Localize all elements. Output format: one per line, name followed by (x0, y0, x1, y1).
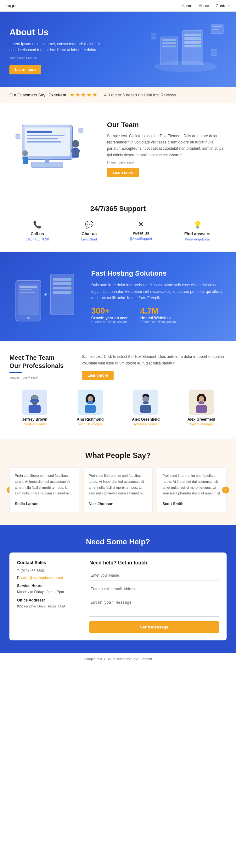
footer-text: Sample text. Click to select the Text El… (84, 657, 152, 661)
svg-rect-22 (151, 34, 156, 39)
support-title: 24/7/365 Support (9, 205, 227, 213)
hosting-illustration (9, 265, 85, 329)
svg-rect-30 (31, 162, 63, 167)
email-input[interactable] (89, 584, 219, 594)
svg-point-54 (68, 291, 70, 293)
stat-hosted-sub: Ut enim ad minim veniam (140, 320, 176, 324)
svg-point-6 (173, 43, 174, 44)
stat-hosted: 4.7M Hosted Websites Ut enim ad minim ve… (140, 306, 176, 324)
member-role-2: Web Developer (70, 422, 111, 426)
svg-rect-26 (27, 131, 52, 133)
hosting-stats: 300+ Growth year on year Ut enim ad mini… (91, 306, 227, 324)
svg-rect-2 (162, 39, 176, 41)
stat-hosted-label: Hosted Websites (140, 316, 176, 320)
svg-rect-43 (20, 289, 32, 290)
team-title: Our Team (107, 121, 227, 129)
our-team-section: Our Team Sample text. Click to select th… (0, 103, 236, 195)
svg-rect-19 (212, 29, 219, 30)
hero-image-credit: Image from Freepik (9, 57, 37, 60)
svg-point-82 (198, 402, 204, 404)
send-button[interactable]: Send Message (89, 621, 219, 633)
meet-team-section: Meet The Team Our Professionals Images f… (0, 341, 236, 439)
help-contact: Contact Sales T: (910) 456 7890 E: sales… (17, 560, 80, 633)
meet-team-cta-button[interactable]: Learn more (82, 371, 113, 380)
team-member-4: Alex Greenfield Project Manager (181, 390, 222, 426)
svg-rect-72 (140, 405, 151, 413)
stat-growth-num: 300+ (91, 306, 128, 316)
avatar-jeffrey (22, 390, 47, 415)
svg-rect-23 (211, 49, 217, 56)
svg-rect-28 (27, 138, 58, 140)
office-address: 822 Fancher Drive, Texas, USA (17, 604, 80, 609)
testimonials-title: What People Say? (9, 451, 227, 460)
member-name-2: Ann Richmond (70, 417, 111, 422)
svg-rect-65 (85, 405, 96, 413)
rating-bar: Our Customers Say Excellent ★★★★★ 4.9 ou… (0, 87, 236, 103)
support-answers-title: Find answers (184, 231, 211, 236)
support-chat-sub: Live Chart (81, 237, 97, 241)
svg-rect-27 (27, 135, 64, 136)
svg-rect-29 (27, 141, 61, 143)
support-tweet: ✕ Tweet us @HostSupport (129, 221, 152, 241)
hero-section: About Us Lorem ipsum dolor sit amet, con… (0, 11, 236, 87)
team-members: Jeffrey Brown Creative Leader Ann Richmo… (9, 390, 227, 426)
member-name-1: Jeffrey Brown (14, 417, 55, 422)
twitter-icon: ✕ (138, 221, 143, 228)
avatar-ann (78, 390, 103, 415)
meet-team-title: Meet The Team Our Professionals (9, 353, 72, 370)
svg-point-5 (173, 39, 174, 41)
testimonials-grid: Proin sed libero enim sed faucibus turpi… (9, 467, 227, 512)
member-role-3: System Engineer (125, 422, 166, 426)
logo: logo (6, 3, 16, 8)
svg-rect-77 (196, 405, 207, 413)
hero-cta-button[interactable]: Learn more (9, 65, 41, 74)
team-cta-button[interactable]: Learn more (107, 168, 139, 177)
team-member-3: Alex Greenfield System Engineer (125, 390, 166, 426)
svg-point-63 (32, 403, 37, 405)
hero-content: About Us Lorem ipsum dolor sit amet, con… (9, 27, 104, 74)
svg-point-74 (143, 396, 149, 402)
member-role-4: Project Manager (181, 422, 222, 426)
help-section: Need Some Help? Contact Sales T: (910) 4… (0, 525, 236, 653)
stat-growth: 300+ Growth year on year Ut enim ad mini… (91, 306, 128, 324)
contact-phone: T: (910) 456 7890 (17, 568, 80, 574)
testimonial-3-name: Scott Smith (162, 501, 221, 507)
name-input[interactable] (89, 571, 219, 581)
hosting-text: Fast Hosting Solutions Duis aute irure d… (91, 269, 227, 324)
team-text: Our Team Sample text. Click to select th… (107, 121, 227, 178)
nav-contact[interactable]: Contact (215, 3, 230, 8)
meet-team-description: Sample text. Click to select the Text El… (82, 353, 227, 366)
contact-email: E: sales@hostingdomain.com (17, 575, 80, 581)
svg-rect-38 (16, 134, 20, 139)
support-chat: 💬 Chat us Live Chart (81, 221, 97, 241)
testimonial-1: Proin sed libero enim sed faucibus turpi… (9, 467, 79, 512)
testimonial-2-text: Proin sed libero enim sed faucibus turpi… (89, 473, 148, 496)
testimonials-next-button[interactable]: › (222, 487, 229, 494)
email-link[interactable]: sales@hostingdomain.com (21, 576, 62, 580)
hosting-section: Fast Hosting Solutions Duis aute irure d… (0, 252, 236, 341)
help-title: Need Some Help? (9, 537, 227, 546)
support-tweet-title: Tweet us (132, 231, 150, 236)
support-answers-sub: KnowledgeBase (185, 237, 210, 241)
rating-stars: ★★★★★ (70, 91, 98, 98)
form-title: Need help? Get in touch (89, 560, 219, 566)
message-input[interactable] (89, 598, 219, 617)
svg-point-36 (22, 150, 28, 156)
nav-about[interactable]: About (199, 3, 209, 8)
svg-rect-31 (45, 159, 49, 163)
svg-point-57 (45, 294, 46, 295)
svg-point-70 (87, 401, 94, 405)
svg-point-16 (198, 45, 199, 47)
svg-rect-3 (162, 42, 176, 44)
svg-point-75 (143, 402, 149, 404)
hosting-title: Fast Hosting Solutions (91, 269, 227, 278)
rating-excellent: Excellent (49, 93, 67, 97)
stat-growth-sub: Ut enim ad minim veniam (91, 320, 128, 324)
rating-prefix: Our Customers Say (9, 93, 45, 97)
testimonial-3: Proin sed libero enim sed faucibus turpi… (157, 467, 227, 512)
nav-home[interactable]: Home (182, 3, 192, 8)
support-section: 24/7/365 Support 📞 Call us (010) 456 789… (0, 195, 236, 252)
team-description: Sample text. Click to select the Text El… (107, 133, 227, 158)
team-member-2: Ann Richmond Web Developer (70, 390, 111, 426)
hero-illustration (141, 18, 230, 74)
